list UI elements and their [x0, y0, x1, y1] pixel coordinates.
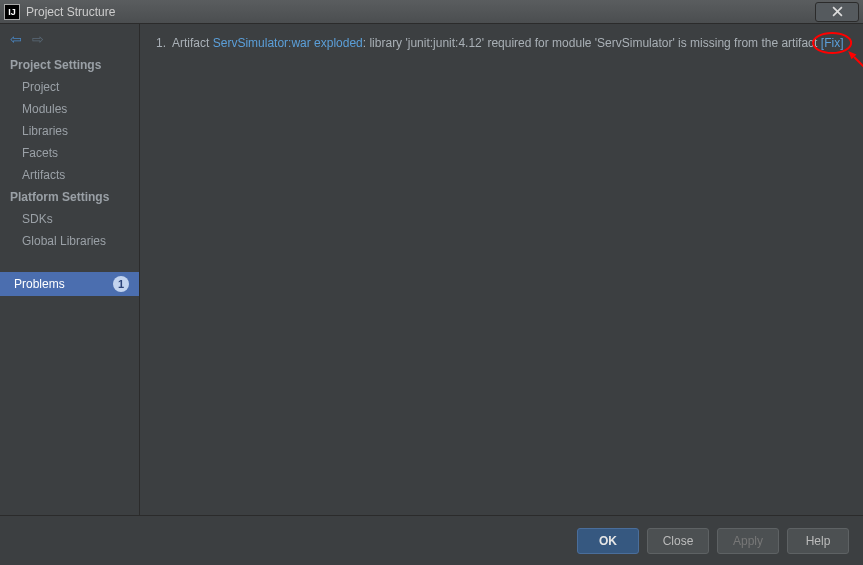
problems-count-badge: 1	[113, 276, 129, 292]
svg-line-1	[854, 57, 863, 121]
problem-text: Artifact ServSimulator:war exploded: lib…	[172, 34, 847, 53]
sidebar-item-project[interactable]: Project	[0, 76, 139, 98]
problems-panel: 1. Artifact ServSimulator:war exploded: …	[140, 24, 863, 515]
sidebar: ⇦ ⇨ Project Settings Project Modules Lib…	[0, 24, 140, 515]
help-button[interactable]: Help	[787, 528, 849, 554]
annotation-overlay	[140, 24, 863, 515]
sidebar-item-libraries[interactable]: Libraries	[0, 120, 139, 142]
body: ⇦ ⇨ Project Settings Project Modules Lib…	[0, 24, 863, 515]
ok-button[interactable]: OK	[577, 528, 639, 554]
close-button[interactable]: Close	[647, 528, 709, 554]
close-icon	[832, 6, 843, 17]
problem-prefix: Artifact	[172, 36, 213, 50]
problem-mid: : library 'junit:junit:4.12' required fo…	[363, 36, 821, 50]
dialog-footer: OK Close Apply Help	[0, 515, 863, 565]
sidebar-item-modules[interactable]: Modules	[0, 98, 139, 120]
project-structure-dialog: IJ Project Structure ⇦ ⇨ Project Setting…	[0, 0, 863, 565]
app-icon: IJ	[4, 4, 20, 20]
sidebar-item-facets[interactable]: Facets	[0, 142, 139, 164]
svg-marker-2	[848, 51, 856, 59]
nav-back-icon[interactable]: ⇦	[10, 32, 22, 46]
apply-button[interactable]: Apply	[717, 528, 779, 554]
problem-index: 1.	[156, 34, 166, 53]
sidebar-item-sdks[interactable]: SDKs	[0, 208, 139, 230]
window-title: Project Structure	[26, 5, 815, 19]
nav-history: ⇦ ⇨	[0, 24, 139, 54]
sidebar-item-artifacts[interactable]: Artifacts	[0, 164, 139, 186]
problems-label: Problems	[14, 277, 65, 291]
window-close-button[interactable]	[815, 2, 859, 22]
artifact-link[interactable]: ServSimulator:war exploded	[213, 36, 363, 50]
fix-link[interactable]: [Fix]	[821, 36, 844, 50]
sidebar-item-problems[interactable]: Problems 1	[0, 272, 139, 296]
nav-forward-icon[interactable]: ⇨	[32, 32, 44, 46]
problem-item: 1. Artifact ServSimulator:war exploded: …	[156, 34, 847, 53]
titlebar: IJ Project Structure	[0, 0, 863, 24]
section-platform-settings: Platform Settings	[0, 186, 139, 208]
sidebar-item-global-libraries[interactable]: Global Libraries	[0, 230, 139, 252]
section-project-settings: Project Settings	[0, 54, 139, 76]
